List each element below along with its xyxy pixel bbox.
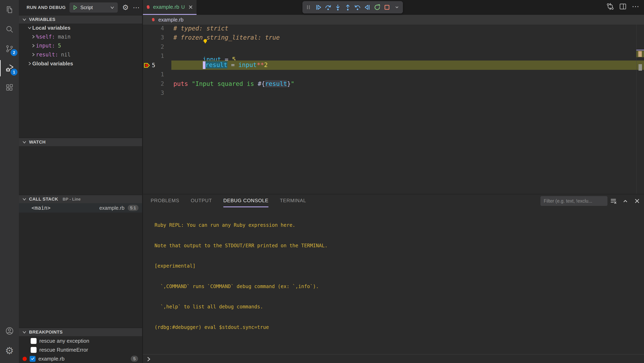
extensions-button[interactable] [0,78,19,98]
breakpoint-row-active[interactable]: example.rb 5 [19,354,142,363]
tab-example-rb[interactable]: example.rb U [143,0,196,15]
drag-handle[interactable] [304,3,312,11]
account-button[interactable] [0,321,19,341]
code-token: " [291,80,294,87]
tab-output[interactable]: OUTPUT [191,194,212,207]
console-line: `,help` to list all debug commands. [154,304,640,310]
console-filter-input[interactable] [540,196,608,206]
tab-terminal[interactable]: TERMINAL [280,194,306,207]
step-over-button[interactable] [324,3,332,11]
more-actions-icon[interactable]: ⋯ [133,4,140,11]
split-editor-icon[interactable] [619,2,627,10]
line-number[interactable]: 1 [152,52,164,59]
breakpoint-current-icon[interactable] [143,62,151,69]
chevron-down-icon [27,25,32,30]
restart-button[interactable] [373,3,381,11]
local-variables-label: Local variables [32,25,70,31]
frame-location-badge: 5:1 [128,205,138,211]
launch-config-dropdown[interactable]: Script [70,2,118,12]
variable-row-self[interactable]: %self: main [19,32,142,41]
console-line: (rdbg:#debugger) eval $stdout.sync=true [154,324,640,331]
checkbox-checked[interactable] [30,356,36,362]
close-icon[interactable] [188,4,193,10]
line-number[interactable]: 2 [152,44,164,50]
chevron-down-icon [22,196,27,202]
frame-file: example.rb [99,205,124,211]
bottom-panel: PROBLEMS OUTPUT DEBUG CONSOLE TERMINAL R… [142,194,644,363]
watch-section-header[interactable]: WATCH [19,138,142,146]
tab-debug-console[interactable]: DEBUG CONSOLE [223,194,268,207]
reverse-continue-button[interactable] [364,3,372,11]
console-line: `,COMMAND` runs `COMMAND` debug command … [154,283,640,290]
step-into-button[interactable] [334,3,342,11]
code-token: #{ [258,80,265,87]
code-editor[interactable]: 4# typed: strict 3# frozen_string_litera… [143,24,644,194]
global-variables-row[interactable]: Global variables [19,59,142,68]
tab-label: example.rb [153,4,179,10]
debug-console-output[interactable]: Ruby REPL: You can run any Ruby expressi… [154,208,640,344]
close-panel-icon[interactable] [634,198,640,204]
breakpoint-label: rescue any exception [40,338,89,344]
tab-problems[interactable]: PROBLEMS [151,194,179,207]
breakpoint-label: rescue RuntimeError [40,347,88,353]
compare-changes-icon[interactable] [606,2,614,10]
breakpoint-count-badge: 5 [131,356,138,362]
gear-icon: ⚙ [5,345,14,356]
stop-button[interactable] [383,3,391,11]
debug-settings-icon[interactable]: ⚙ [122,3,129,12]
chevron-right-icon [31,52,36,57]
local-variables-row[interactable]: Local variables [19,23,142,32]
variable-row-result[interactable]: result: nil [19,50,142,59]
maximize-panel-icon[interactable] [622,198,628,204]
breakpoint-label: example.rb [38,356,64,362]
run-and-debug-button[interactable]: 1 [0,58,19,78]
ruler-cursor-marker [636,50,644,50]
settings-button[interactable]: ⚙ [0,341,19,360]
start-debug-icon[interactable] [72,5,78,10]
line-number[interactable]: 3 [152,34,164,41]
lightbulb-icon[interactable] [202,38,208,44]
more-actions-icon[interactable]: ⋯ [632,3,639,10]
chevron-down-icon [110,5,115,10]
line-number[interactable]: 3 [152,90,164,96]
code-token-selected: result [206,61,228,68]
code-comment: # frozen_string_literal: true [174,34,280,41]
chevron-down-icon [22,330,27,335]
code-token [188,80,192,87]
variable-name: input: [36,43,55,49]
scrollbar-thumb[interactable] [638,64,642,71]
chevron-right-icon [31,43,36,48]
checkbox-unchecked[interactable] [31,338,36,344]
current-line-number[interactable]: 5 [152,62,164,68]
checkbox-unchecked[interactable] [31,347,36,353]
search-button[interactable] [0,20,19,39]
clear-console-icon[interactable] [610,198,617,204]
call-stack-frame-row[interactable]: <main> example.rb 5:1 [19,203,142,212]
step-back-button[interactable] [354,3,362,11]
debug-toolbar-chevron-icon[interactable] [393,3,401,11]
repl-prompt-chevron-icon [146,356,152,362]
breakpoints-section-header[interactable]: BREAKPOINTS [19,328,142,336]
explorer-button[interactable] [0,0,19,20]
scm-badge: 2 [10,49,18,56]
code-token: 2 [264,61,268,68]
git-status-badge: U [181,4,185,10]
breakpoint-row[interactable]: rescue RuntimeError [19,345,142,354]
variable-value: 5 [58,43,61,49]
account-icon [5,326,14,336]
line-number[interactable]: 4 [152,25,164,32]
line-number[interactable]: 2 [152,80,164,87]
line-number[interactable]: 1 [152,71,164,78]
repl-input-row[interactable] [143,354,644,363]
source-control-button[interactable]: 2 [0,39,19,58]
variable-row-input[interactable]: input: 5 [19,41,142,50]
continue-button[interactable] [314,3,322,11]
panel-actions [610,196,640,206]
breadcrumb[interactable]: example.rb [143,15,644,24]
code-token: = [228,61,238,68]
ruby-file-icon [151,17,156,22]
variables-section-header[interactable]: VARIABLES [19,15,142,24]
step-out-button[interactable] [344,3,352,11]
breakpoint-row[interactable]: rescue any exception [19,336,142,345]
call-stack-section-header[interactable]: CALL STACK BP - Line [19,195,142,203]
